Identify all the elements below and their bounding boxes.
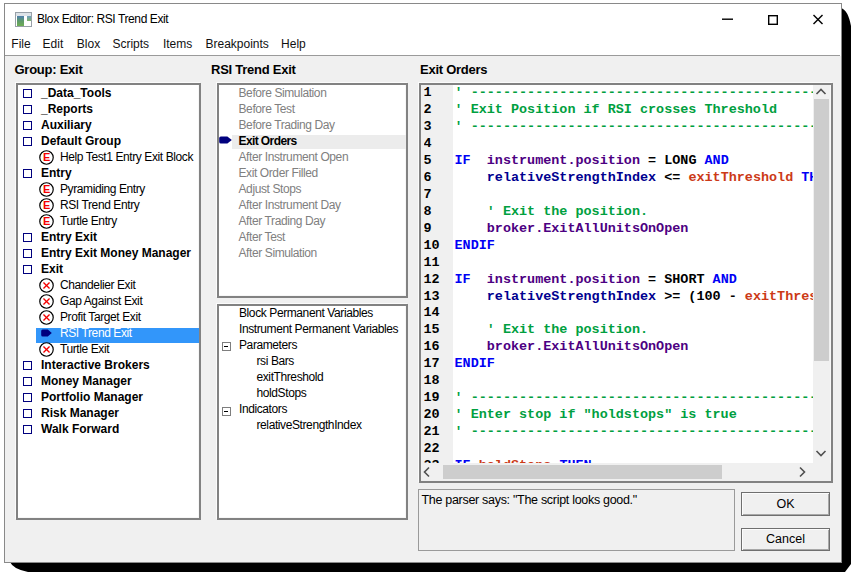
svg-text:E: E xyxy=(42,151,49,163)
svg-text:E: E xyxy=(42,199,49,211)
svg-text:E: E xyxy=(42,215,49,227)
svg-text:E: E xyxy=(42,183,49,195)
